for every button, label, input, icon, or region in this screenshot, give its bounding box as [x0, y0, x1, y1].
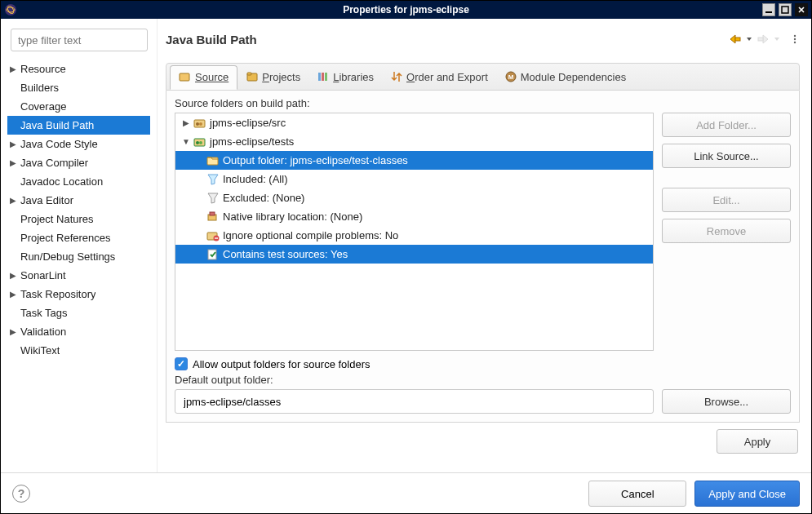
tab-source[interactable]: Source — [170, 65, 237, 90]
svg-point-25 — [199, 141, 202, 144]
sidebar-item-builders[interactable]: Builders — [7, 78, 150, 97]
output-folder-icon — [206, 154, 220, 167]
sidebar-item-javadoc-location[interactable]: Javadoc Location — [7, 172, 150, 191]
sidebar-item-label: Resource — [20, 63, 66, 75]
sidebar-item-label: Java Code Style — [20, 138, 98, 150]
tree-output-folder[interactable]: Output folder: jpms-eclipse/test-classes — [175, 151, 653, 170]
sidebar-item-java-build-path[interactable]: Java Build Path — [7, 116, 150, 135]
sidebar-item-run-debug-settings[interactable]: Run/Debug Settings — [7, 247, 150, 266]
sidebar-item-label: Validation — [20, 326, 66, 338]
svg-rect-4 — [782, 7, 788, 13]
default-output-field[interactable] — [175, 389, 654, 414]
sidebar-item-label: SonarLint — [20, 269, 66, 281]
native-lib-icon — [206, 210, 220, 224]
expand-icon[interactable]: ▶ — [7, 64, 19, 73]
edit-button[interactable]: Edit... — [662, 188, 791, 212]
add-folder-button[interactable]: Add Folder... — [662, 113, 791, 137]
svg-point-24 — [196, 141, 199, 144]
sidebar-item-project-references[interactable]: Project References — [7, 228, 150, 247]
tree-excluded[interactable]: Excluded: (None) — [175, 188, 653, 207]
source-folders-label: Source folders on build path: — [175, 97, 791, 109]
browse-button[interactable]: Browse... — [662, 389, 791, 414]
view-menu-icon[interactable] — [790, 34, 800, 44]
svg-rect-32 — [208, 250, 216, 259]
remove-button[interactable]: Remove — [662, 219, 791, 243]
svg-rect-15 — [318, 73, 321, 81]
tab-module-deps[interactable]: M Module Dependencies — [496, 63, 634, 91]
sidebar-item-java-code-style[interactable]: ▶Java Code Style — [7, 135, 150, 153]
tree-native-lib[interactable]: Native library location: (None) — [175, 207, 653, 226]
sidebar-item-label: WikiText — [20, 344, 60, 357]
tab-order-export[interactable]: Order and Export — [382, 63, 496, 91]
sidebar-item-label: Java Editor — [20, 194, 73, 206]
sidebar-item-validation[interactable]: ▶Validation — [7, 322, 150, 341]
sidebar-item-coverage[interactable]: Coverage — [7, 97, 150, 116]
sidebar-item-label: Run/Debug Settings — [20, 250, 115, 263]
sidebar-item-label: Project Natures — [20, 213, 94, 225]
svg-rect-16 — [322, 73, 324, 81]
allow-output-checkbox[interactable] — [175, 357, 188, 370]
module-icon: M — [504, 70, 517, 83]
sidebar-item-label: Java Build Path — [20, 119, 94, 131]
help-icon[interactable]: ? — [12, 485, 30, 503]
expand-icon[interactable]: ▶ — [7, 271, 19, 280]
cancel-button[interactable]: Cancel — [588, 481, 686, 507]
tree-contains-tests[interactable]: Contains test sources: Yes — [175, 245, 653, 264]
svg-point-9 — [794, 35, 796, 37]
sidebar-item-label: Javadoc Location — [20, 175, 103, 188]
back-menu-icon[interactable] — [746, 36, 752, 42]
expand-icon[interactable]: ▶ — [180, 118, 192, 127]
sidebar-item-wikitext[interactable]: WikiText — [7, 341, 150, 360]
sidebar-item-label: Task Repository — [20, 288, 95, 300]
forward-icon — [757, 34, 769, 44]
expand-icon[interactable]: ▶ — [7, 158, 19, 167]
sidebar-item-label: Coverage — [20, 100, 66, 113]
tree-label: Excluded: (None) — [223, 192, 304, 204]
sidebar-item-sonarlint[interactable]: ▶SonarLint — [7, 266, 150, 285]
forward-menu-icon — [774, 36, 780, 42]
svg-rect-17 — [325, 73, 327, 81]
sidebar-item-java-compiler[interactable]: ▶Java Compiler — [7, 153, 150, 172]
source-icon — [179, 71, 192, 84]
sidebar-item-java-editor[interactable]: ▶Java Editor — [7, 191, 150, 210]
close-button[interactable] — [795, 3, 808, 16]
tree-label: Included: (All) — [223, 173, 287, 185]
projects-icon — [246, 70, 259, 83]
category-tree[interactable]: ▶ResourceBuildersCoverageJava Build Path… — [7, 60, 150, 360]
tab-projects[interactable]: Projects — [237, 63, 308, 91]
expand-icon[interactable]: ▶ — [7, 196, 19, 205]
link-source-button[interactable]: Link Source... — [662, 144, 791, 168]
tree-tests-folder[interactable]: ▼ jpms-eclipse/tests — [175, 132, 653, 151]
package-folder-icon — [193, 135, 206, 148]
tree-included[interactable]: Included: (All) — [175, 170, 653, 188]
package-folder-icon — [193, 117, 206, 130]
source-folders-tree[interactable]: ▶ jpms-eclipse/src ▼ jpms-eclipse/tests … — [175, 113, 654, 351]
eclipse-icon — [4, 3, 17, 16]
sidebar-item-task-tags[interactable]: Task Tags — [7, 304, 150, 322]
expand-icon[interactable]: ▶ — [7, 327, 19, 336]
sidebar-item-task-repository[interactable]: ▶Task Repository — [7, 285, 150, 304]
maximize-button[interactable] — [779, 3, 792, 16]
ignore-icon — [206, 229, 220, 242]
apply-button[interactable]: Apply — [717, 429, 798, 454]
apply-close-button[interactable]: Apply and Close — [694, 481, 800, 507]
svg-rect-7 — [735, 38, 740, 41]
libraries-icon — [317, 70, 330, 83]
sidebar-item-resource[interactable]: ▶Resource — [7, 60, 150, 78]
expand-icon[interactable]: ▶ — [7, 290, 19, 299]
tree-label: jpms-eclipse/src — [210, 117, 286, 129]
minimize-button[interactable] — [762, 3, 775, 16]
filter-input[interactable] — [11, 29, 148, 51]
tree-label: Contains test sources: Yes — [223, 248, 348, 260]
dialog-footer: ? Cancel Apply and Close — [1, 472, 811, 514]
back-icon[interactable] — [730, 34, 741, 44]
tree-ignore-problems[interactable]: Ignore optional compile problems: No — [175, 226, 653, 245]
tree-src-folder[interactable]: ▶ jpms-eclipse/src — [175, 113, 653, 132]
tab-libraries[interactable]: Libraries — [308, 63, 382, 91]
expand-icon[interactable]: ▶ — [7, 140, 19, 148]
window-title: Properties for jpms-eclipse — [343, 4, 469, 16]
tab-bar: Source Projects Libraries Order and Expo… — [166, 63, 800, 91]
collapse-icon[interactable]: ▼ — [180, 137, 192, 146]
sidebar-item-project-natures[interactable]: Project Natures — [7, 210, 150, 228]
test-sources-icon — [206, 248, 220, 261]
